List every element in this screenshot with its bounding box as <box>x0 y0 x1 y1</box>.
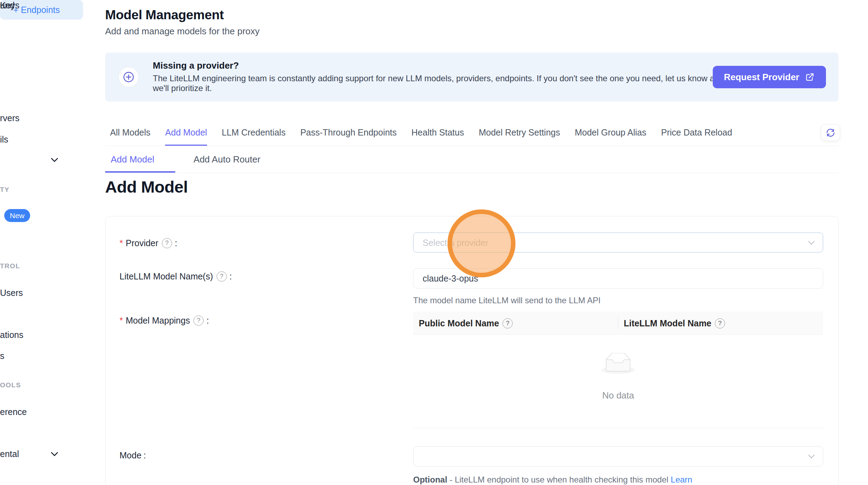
tab-model-group-alias[interactable]: Model Group Alias <box>575 119 646 146</box>
sidebar-item-s[interactable]: s <box>0 351 5 361</box>
label-colon: : <box>206 316 209 326</box>
model-name-value: claude-3-opus <box>423 273 478 284</box>
mode-label-text: Mode <box>119 450 142 460</box>
provider-placeholder: Select a provider <box>423 237 488 248</box>
page-title: Model Management <box>105 8 224 22</box>
required-mark: * <box>119 316 123 326</box>
model-name-helper: The model name LiteLLM will send to the … <box>413 296 601 305</box>
tab-llm-credentials[interactable]: LLM Credentials <box>222 119 286 146</box>
column-header-public-model-name: Public Model Name ? <box>419 312 513 335</box>
learn-link[interactable]: Learn <box>671 475 692 484</box>
add-model-form-card: * Provider ? : Select a provider LiteLLM… <box>105 216 839 485</box>
column-header-litellm-model-name: LiteLLM Model Name ? <box>624 312 725 335</box>
help-icon[interactable]: ? <box>503 318 513 328</box>
add-model-subtabs: Add Model Add Auto Router <box>105 146 839 173</box>
tab-all-models[interactable]: All Models <box>110 119 150 146</box>
request-provider-label: Request Provider <box>724 72 799 83</box>
model-name-input[interactable]: claude-3-opus <box>413 268 823 289</box>
table-empty-state: No data <box>413 335 823 428</box>
request-provider-button[interactable]: Request Provider <box>713 66 826 88</box>
mode-label: Mode : <box>119 450 146 460</box>
mode-helper: Optional - LiteLLM endpoint to use when … <box>413 475 692 485</box>
column-header-label: Public Model Name <box>419 318 499 328</box>
banner-title: Missing a provider? <box>153 60 239 71</box>
refresh-button[interactable] <box>821 124 840 141</box>
sidebar-item-users[interactable]: Users <box>0 287 23 298</box>
mode-helper-text: - LiteLLM endpoint to use when health ch… <box>450 475 668 484</box>
help-icon[interactable]: ? <box>217 271 227 282</box>
required-mark: * <box>119 238 123 248</box>
sidebar-item-servers[interactable]: rvers <box>0 113 20 123</box>
subtab-add-model[interactable]: Add Model <box>105 146 175 173</box>
chevron-down-icon <box>808 238 814 244</box>
tab-model-retry-settings[interactable]: Model Retry Settings <box>479 119 560 146</box>
tab-pass-through-endpoints[interactable]: Pass-Through Endpoints <box>300 119 397 146</box>
empty-inbox-icon <box>601 353 635 376</box>
chevron-down-icon <box>808 452 814 458</box>
provider-label: * Provider ? : <box>119 238 177 248</box>
help-icon[interactable]: ? <box>193 316 204 326</box>
sidebar-item-reference[interactable]: erence <box>0 407 27 417</box>
model-name-label-text: LiteLLM Model Name(s) <box>119 271 213 282</box>
label-colon: : <box>175 238 177 248</box>
chevron-down-icon[interactable] <box>51 449 58 456</box>
main-content: Model Management Add and manage models f… <box>105 0 839 485</box>
sidebar: Keys und + Endpoints rvers ils TY New TR… <box>0 0 74 485</box>
sidebar-item-organizations[interactable]: ations <box>0 330 23 340</box>
sidebar-item-experimental[interactable]: ental <box>0 449 19 459</box>
mode-select[interactable] <box>413 446 823 466</box>
chevron-down-icon[interactable] <box>51 155 58 162</box>
optional-label: Optional <box>413 475 447 484</box>
add-model-heading: Add Model <box>105 177 188 196</box>
subtab-add-auto-router[interactable]: Add Auto Router <box>188 146 266 173</box>
external-link-icon <box>805 72 815 82</box>
model-name-label: LiteLLM Model Name(s) ? : <box>119 271 232 282</box>
sidebar-section-header: OOLS <box>0 381 21 389</box>
sidebar-item-label: + Endpoints <box>13 5 60 15</box>
refresh-icon <box>826 128 835 138</box>
column-divider <box>618 317 618 329</box>
no-data-text: No data <box>413 390 823 401</box>
provider-label-text: Provider <box>126 238 158 248</box>
table-header: Public Model Name ? LiteLLM Model Name ? <box>413 312 823 335</box>
sidebar-item-ils[interactable]: ils <box>0 134 8 145</box>
tab-add-model[interactable]: Add Model <box>165 119 207 146</box>
model-mappings-label-text: Model Mappings <box>126 316 190 326</box>
sidebar-section-header: TY <box>0 186 9 194</box>
page-subtitle: Add and manage models for the proxy <box>105 26 260 37</box>
new-badge[interactable]: New <box>4 209 30 222</box>
missing-provider-banner: Missing a provider? The LiteLLM engineer… <box>105 53 839 102</box>
banner-text-line2: we'll prioritize it. <box>153 83 212 93</box>
plus-circle-icon <box>118 67 139 87</box>
label-colon: : <box>230 271 232 282</box>
model-tabs: All Models Add Model LLM Credentials Pas… <box>105 119 839 146</box>
tab-price-data-reload[interactable]: Price Data Reload <box>661 119 732 146</box>
label-colon: : <box>144 450 146 460</box>
sidebar-item-playground[interactable]: und <box>0 0 15 11</box>
column-header-label: LiteLLM Model Name <box>624 318 711 328</box>
sidebar-section-header: TROL <box>0 262 20 270</box>
provider-select[interactable]: Select a provider <box>413 233 823 252</box>
model-mappings-label: * Model Mappings ? : <box>119 316 209 326</box>
help-icon[interactable]: ? <box>715 318 725 328</box>
banner-text-line1: The LiteLLM engineering team is constant… <box>153 74 724 83</box>
help-icon[interactable]: ? <box>162 238 172 248</box>
new-badge-label: New <box>10 212 25 220</box>
tab-health-status[interactable]: Health Status <box>411 119 464 146</box>
model-mappings-table: Public Model Name ? LiteLLM Model Name ? <box>413 312 823 429</box>
